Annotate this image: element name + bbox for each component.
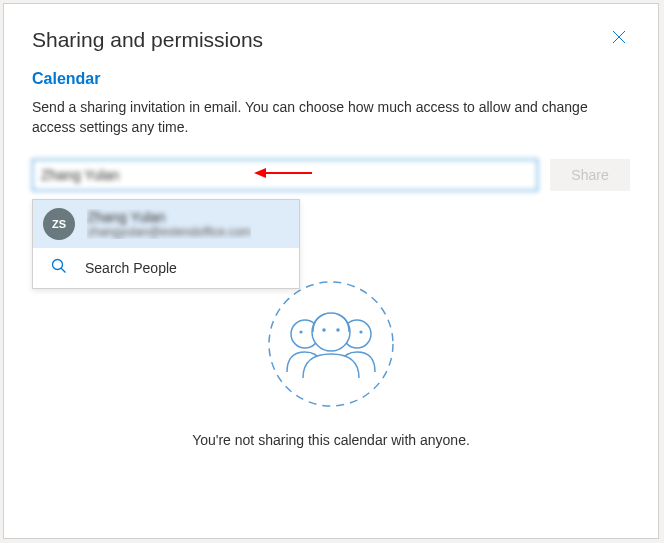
- email-input-wrapper: [32, 159, 538, 191]
- suggestion-dropdown: ZS Zhang Yulan zhangyulan@extendoffice.c…: [32, 199, 300, 289]
- avatar: ZS: [43, 208, 75, 240]
- suggestion-item[interactable]: ZS Zhang Yulan zhangyulan@extendoffice.c…: [33, 200, 299, 248]
- suggestion-text: Zhang Yulan zhangyulan@extendoffice.com: [87, 209, 251, 239]
- section-title: Calendar: [32, 70, 630, 88]
- suggestion-name: Zhang Yulan: [87, 209, 251, 225]
- svg-point-10: [359, 330, 362, 333]
- dialog-title: Sharing and permissions: [32, 28, 263, 52]
- dialog-header: Sharing and permissions: [32, 28, 630, 52]
- empty-state-text: You're not sharing this calendar with an…: [4, 432, 658, 448]
- svg-point-13: [336, 328, 340, 332]
- empty-state: You're not sharing this calendar with an…: [4, 274, 658, 448]
- svg-line-5: [61, 268, 65, 272]
- description-text: Send a sharing invitation in email. You …: [32, 98, 630, 137]
- search-icon: [51, 258, 67, 278]
- close-icon: [612, 30, 626, 44]
- sharing-permissions-dialog: Sharing and permissions Calendar Send a …: [3, 3, 659, 539]
- search-people-label: Search People: [85, 260, 177, 276]
- email-input[interactable]: [32, 159, 538, 191]
- svg-point-8: [299, 330, 302, 333]
- search-people-row[interactable]: Search People: [33, 248, 299, 288]
- close-button[interactable]: [608, 28, 630, 49]
- input-row: Share: [32, 159, 630, 191]
- svg-point-12: [322, 328, 326, 332]
- share-button[interactable]: Share: [550, 159, 630, 191]
- suggestion-email: zhangyulan@extendoffice.com: [87, 225, 251, 239]
- group-illustration-icon: [261, 274, 401, 414]
- svg-point-4: [53, 260, 63, 270]
